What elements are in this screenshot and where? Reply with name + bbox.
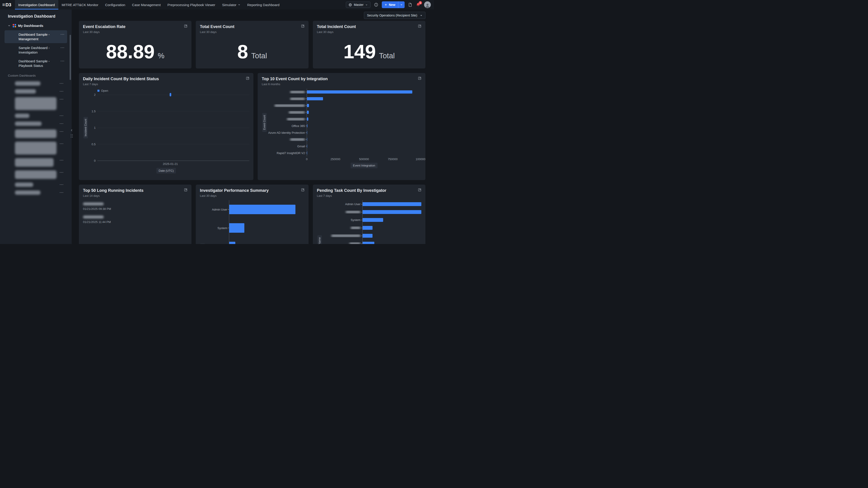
redacted-dashboard-name xyxy=(15,191,40,195)
item-menu-icon[interactable]: ⋯ xyxy=(59,46,65,50)
bar xyxy=(229,223,244,233)
sidebar-title: Investigation Dashboard xyxy=(0,14,72,19)
info-button[interactable] xyxy=(374,3,378,7)
y-tick-label: 1.5 xyxy=(92,109,96,113)
bar-row xyxy=(267,116,421,123)
custom-dashboard-item[interactable]: ⋯ xyxy=(0,156,72,168)
item-menu-icon[interactable]: ⋯ xyxy=(59,191,64,195)
scatter-plot-area xyxy=(97,95,249,161)
tab-configuration[interactable]: Configuration xyxy=(102,0,129,9)
item-menu-icon[interactable]: ⋯ xyxy=(59,81,64,86)
card-total-event-count: Total Event Count Last 30 days 8 Total xyxy=(196,21,308,68)
info-icon xyxy=(374,3,378,7)
bar-track xyxy=(229,237,304,244)
redacted-incident-name xyxy=(83,202,104,205)
expand-button[interactable] xyxy=(246,76,249,80)
custom-dashboard-item[interactable]: ⋯ xyxy=(0,128,72,140)
expand-button[interactable] xyxy=(184,188,187,192)
bar-row xyxy=(205,237,304,244)
tab-reporting-dashboard[interactable]: Reporting Dashboard xyxy=(244,0,283,9)
chevron-down-icon xyxy=(8,24,11,27)
custom-dashboard-item[interactable]: ⋯ xyxy=(0,120,72,128)
redacted-dashboard-name xyxy=(15,183,33,187)
item-menu-icon[interactable]: ⋯ xyxy=(59,158,64,162)
chevron-left-icon xyxy=(70,129,73,132)
custom-dashboard-item[interactable]: ⋯ xyxy=(0,189,72,197)
card-title: Investigator Performance Summary xyxy=(200,188,269,193)
custom-dashboard-item[interactable]: ⋯ xyxy=(0,168,72,181)
y-axis-title: Investigator Name xyxy=(200,200,205,244)
my-dashboards-label: My Dashboards xyxy=(18,24,43,28)
redacted-incident-name xyxy=(83,216,104,219)
sidebar-item-dashboard-sample-management[interactable]: Dashboard Sample - Management ⋯ xyxy=(4,30,67,43)
item-menu-icon[interactable]: ⋯ xyxy=(59,142,64,146)
chevron-down-icon xyxy=(365,4,368,6)
item-menu-icon[interactable]: ⋯ xyxy=(59,59,65,63)
y-tick-label: 1 xyxy=(94,126,96,129)
item-menu-icon[interactable]: ⋯ xyxy=(59,89,64,93)
category-label xyxy=(322,226,361,229)
document-button[interactable] xyxy=(408,3,412,7)
external-link-icon xyxy=(418,76,421,80)
card-top10-event-count-by-integration: Top 10 Event Count by Integration Last 6… xyxy=(258,73,426,180)
bar-rows: Office 365Azure AD Identity ProtectionGm… xyxy=(267,89,421,156)
redacted-category-label xyxy=(346,210,361,214)
tab-investigation-dashboard[interactable]: Investigation Dashboard xyxy=(15,0,58,9)
tab-case-management[interactable]: Case Management xyxy=(129,0,164,9)
sidebar-scrollbar[interactable] xyxy=(70,35,71,80)
item-menu-icon[interactable]: ⋯ xyxy=(59,122,64,126)
my-dashboards-group-header[interactable]: My Dashboards xyxy=(0,24,72,28)
sidebar-collapse-button[interactable] xyxy=(70,129,73,132)
bar-row: Azure AD Identity Protection xyxy=(267,129,421,136)
category-label xyxy=(267,118,306,121)
tab-mitre-attack-monitor[interactable]: MITRE ATT&CK Monitor xyxy=(58,0,102,9)
redacted-dashboard-name xyxy=(15,170,57,179)
item-menu-icon[interactable]: ⋯ xyxy=(59,129,64,133)
incident-list-item[interactable]: 01/21/2025 09:38 PM xyxy=(83,202,187,210)
card-title: Top 10 Event Count by Integration xyxy=(262,76,328,81)
expand-button[interactable] xyxy=(418,188,421,192)
expand-button[interactable] xyxy=(418,76,421,80)
item-menu-icon[interactable]: ⋯ xyxy=(59,97,64,101)
custom-dashboard-item[interactable]: ⋯ xyxy=(0,181,72,189)
expand-button[interactable] xyxy=(184,24,187,28)
card-total-incident-count: Total Incident Count Last 30 days 149 To… xyxy=(313,21,426,68)
x-tick-label: 1000000 xyxy=(416,158,426,161)
expand-button[interactable] xyxy=(301,24,305,28)
bar xyxy=(363,202,421,206)
incident-list-item[interactable]: 01/21/2025 11:44 PM xyxy=(83,216,187,224)
new-button[interactable]: New xyxy=(382,1,405,8)
x-axis-tick-labels: 2025-01-21 xyxy=(97,161,249,166)
y-tick-label: 0 xyxy=(94,159,96,162)
redacted-category-label xyxy=(290,91,305,94)
x-tick-label: 750000 xyxy=(388,158,398,161)
tab-preprocessing-playbook-viewer[interactable]: Preprocessing Playbook Viewer xyxy=(164,0,219,9)
user-avatar[interactable] xyxy=(424,1,431,8)
custom-dashboard-item[interactable]: ⋯ xyxy=(0,112,72,120)
card-title: Daily Incident Count By Incident Status xyxy=(83,76,159,81)
custom-dashboard-item[interactable]: ⋯ xyxy=(0,95,72,112)
custom-dashboard-item[interactable]: ⋯ xyxy=(0,140,72,156)
tab-simulator[interactable]: Simulator xyxy=(219,0,244,9)
top-nav-bar: ≡ D3 Investigation Dashboard MITRE ATT&C… xyxy=(0,0,434,9)
sidebar-item-sample-dashboard-investigation[interactable]: Sample Dashboard - Investigation ⋯ xyxy=(4,43,67,57)
master-environment-selector[interactable]: Master xyxy=(346,2,370,8)
item-menu-icon[interactable]: ⋯ xyxy=(59,113,64,118)
sidebar-drag-handle[interactable] xyxy=(71,134,73,138)
item-menu-icon[interactable]: ⋯ xyxy=(59,32,65,36)
site-selector[interactable]: Security Operations (Recipient Site) xyxy=(364,12,426,19)
item-menu-icon[interactable]: ⋯ xyxy=(59,170,64,174)
new-button-dropdown[interactable] xyxy=(398,1,405,8)
sidebar-item-dashboard-sample-playbook-status[interactable]: Dashboard Sample - Playbook Status ⋯ xyxy=(4,57,67,70)
alert-notifications-button[interactable]: 1 xyxy=(416,2,421,7)
expand-button[interactable] xyxy=(301,188,305,192)
custom-dashboard-item[interactable]: ⋯ xyxy=(0,88,72,95)
app-logo[interactable]: ≡ D3 xyxy=(2,2,11,7)
expand-button[interactable] xyxy=(418,24,421,28)
custom-dashboard-item[interactable]: ⋯ xyxy=(0,79,72,88)
x-tick-label: 2025-01-21 xyxy=(163,162,178,166)
pending-task-bar-chart: Investigator Name Admin UserSystem xyxy=(317,200,421,244)
bar-track xyxy=(307,116,421,123)
redacted-category-label xyxy=(331,234,361,237)
item-menu-icon[interactable]: ⋯ xyxy=(59,183,64,187)
